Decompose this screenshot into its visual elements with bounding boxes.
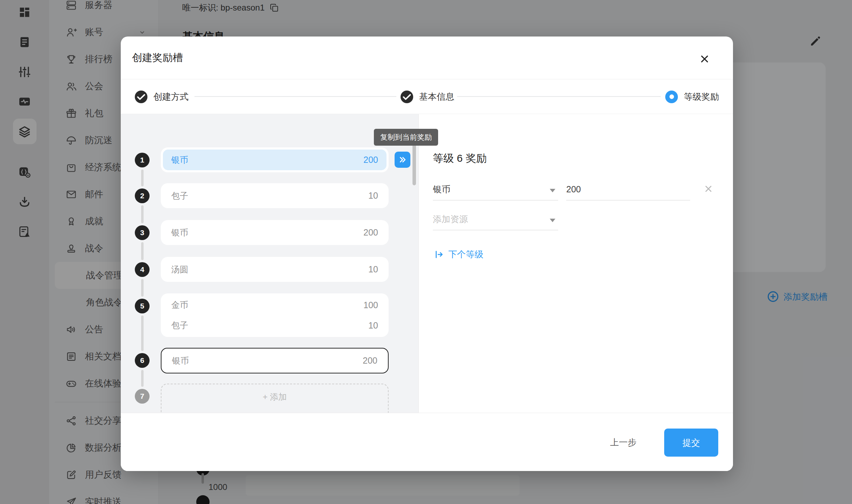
reward-row: 银币200 [171, 227, 378, 238]
chevron-down-icon [550, 189, 555, 192]
step-done-check-icon [135, 91, 147, 103]
modal-header: 创建奖励槽 [121, 37, 733, 79]
step-done-check-icon [401, 91, 413, 103]
step-connector [457, 96, 661, 97]
reward-value: 10 [368, 264, 378, 274]
reward-name: 包子 [171, 190, 188, 201]
reward-slot-3[interactable]: 银币200 [161, 220, 389, 245]
add-resource-placeholder: 添加资源 [433, 213, 468, 225]
reward-name: 汤圆 [171, 264, 188, 275]
reward-name: 包子 [171, 320, 188, 331]
create-reward-slot-modal: 创建奖励槽 创建方式 基本信息 等级奖励 1银币2002包子103银币2004汤… [121, 37, 733, 471]
reward-name: 银币 [172, 355, 189, 366]
resource-select-value: 银币 [433, 184, 450, 195]
slot-connector [141, 370, 144, 387]
reward-value: 200 [363, 356, 377, 366]
add-resource-select[interactable]: 添加资源 [433, 208, 558, 230]
slot-connector [141, 242, 144, 260]
step-active-radio-icon [665, 91, 678, 103]
reward-value: 200 [363, 227, 378, 238]
copy-tooltip: 复制到当前奖励 [374, 129, 438, 146]
reward-slot-5[interactable]: 金币100包子10 [161, 293, 389, 337]
reward-slot-1[interactable]: 银币200 [161, 147, 389, 172]
reward-value: 10 [368, 320, 378, 331]
reward-name: 银币 [171, 154, 188, 166]
amount-field[interactable] [566, 179, 690, 200]
reward-slot-6[interactable]: 银币200 [161, 348, 389, 373]
remove-resource-icon[interactable] [703, 183, 714, 194]
resource-select[interactable]: 银币 [433, 179, 558, 200]
reward-slot-2[interactable]: 包子10 [161, 183, 389, 208]
chevron-down-icon [550, 219, 555, 222]
reward-value: 200 [363, 155, 378, 165]
slot-marker-7: 7 [135, 389, 150, 404]
copy-to-current-button[interactable] [395, 152, 410, 168]
slot-connector [141, 316, 144, 351]
slot-marker-2: 2 [135, 188, 150, 203]
previous-step-button[interactable]: 上一步 [605, 433, 641, 451]
reward-row: 汤圆10 [171, 264, 378, 275]
reward-row: 银币200 [171, 154, 378, 166]
slot-marker-4: 4 [135, 262, 150, 277]
step-level-rewards[interactable]: 等级奖励 [665, 79, 719, 114]
slot-marker-6: 6 [135, 353, 150, 368]
add-reward-label: + 添加 [263, 391, 287, 403]
reward-value: 10 [368, 191, 378, 201]
step-label: 基本信息 [419, 91, 454, 102]
step-create-method[interactable]: 创建方式 [135, 79, 189, 114]
slot-connector [141, 205, 144, 223]
submit-button[interactable]: 提交 [664, 429, 718, 457]
slot-marker-5: 5 [135, 299, 150, 313]
close-icon[interactable] [699, 53, 711, 65]
step-connector [194, 96, 396, 97]
slot-connector [141, 279, 144, 297]
level-reward-title: 等级 6 奖励 [433, 151, 487, 166]
modal-footer: 上一步 提交 [121, 413, 733, 471]
slot-marker-3: 3 [135, 225, 150, 240]
reward-name: 银币 [171, 227, 188, 238]
step-label: 创建方式 [153, 91, 189, 102]
reward-slot-list: 1银币2002包子103银币2004汤圆105金币100包子106银币2007+… [121, 114, 419, 413]
reward-value: 100 [363, 300, 378, 310]
slot-marker-1: 1 [135, 153, 150, 167]
reward-row: 包子10 [171, 320, 378, 331]
step-basic-info[interactable]: 基本信息 [401, 79, 454, 114]
wizard-steps: 创建方式 基本信息 等级奖励 [121, 79, 733, 114]
next-level-label: 下个等级 [448, 248, 483, 260]
next-level-arrow-icon [434, 249, 444, 260]
step-label: 等级奖励 [684, 91, 719, 102]
chevrons-right-icon [398, 155, 408, 165]
next-level-link[interactable]: 下个等级 [434, 248, 483, 260]
reward-row: 包子10 [171, 190, 378, 201]
modal-title: 创建奖励槽 [132, 51, 183, 65]
reward-row: 金币100 [171, 299, 378, 311]
reward-name: 金币 [171, 299, 188, 311]
slot-connector [141, 170, 144, 186]
amount-input[interactable] [566, 184, 690, 194]
reward-slot-7[interactable]: + 添加 [161, 384, 389, 413]
reward-slot-4[interactable]: 汤圆10 [161, 257, 389, 282]
reward-row: 银币200 [172, 355, 377, 366]
